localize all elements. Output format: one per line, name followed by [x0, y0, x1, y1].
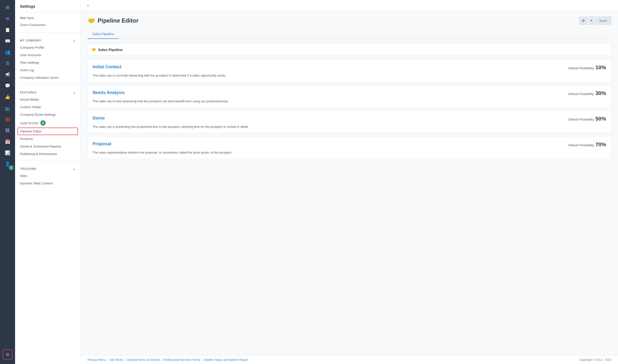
- icon-list[interactable]: ☰: [2, 58, 13, 68]
- icon-megaphone[interactable]: 📢: [2, 69, 13, 80]
- icon-dashboard[interactable]: ⊞: [2, 2, 13, 13]
- pipeline-stage-3: Proposal Default Probability 70% The sal…: [88, 136, 611, 159]
- footer-link-professional[interactable]: Professional Services Terms: [164, 358, 200, 362]
- sidebar-item-audit-log[interactable]: Audit Log: [15, 66, 80, 74]
- icon-email[interactable]: ✉: [2, 13, 13, 24]
- stage-prob-2: Default Probability 50%: [568, 116, 606, 122]
- icon-barchart[interactable]: 📊: [2, 148, 13, 158]
- stage-header-3: Proposal Default Probability 70%: [92, 142, 606, 148]
- collapse-sidebar-button[interactable]: «: [85, 2, 91, 9]
- notification-badge: 1: [9, 165, 13, 170]
- tab-sales-pipeline[interactable]: Sales Pipeline: [88, 30, 119, 39]
- stage-prob-3: Default Probability 70%: [568, 142, 606, 148]
- sidebar-item-company-profile[interactable]: Company Profile: [15, 44, 80, 51]
- section-tracking: TRACKING ▲ Sites Dynamic Web Content: [15, 163, 80, 188]
- section-title-my-company[interactable]: MY COMPANY ▲: [15, 38, 80, 44]
- stage-prob-label-3: Default Probability: [568, 143, 594, 147]
- stage-prob-label-2: Default Probability: [568, 117, 594, 121]
- section-features: FEATURES ▲ Social Media Custom Fields Co…: [15, 87, 80, 159]
- section-label-features: FEATURES: [20, 91, 37, 94]
- section-my-company: MY COMPANY ▲ Company Profile User Accoun…: [15, 35, 80, 82]
- footer-link-ads[interactable]: Ads Terms: [109, 358, 123, 362]
- icon-chat[interactable]: 💬: [2, 81, 13, 91]
- footer: Privacy Policy • Ads Terms • General Ter…: [81, 355, 618, 364]
- icon-settings[interactable]: ⚙: [2, 350, 13, 360]
- save-button[interactable]: Save: [595, 16, 611, 25]
- stage-desc-3: The sales representative delivers the pr…: [92, 150, 606, 155]
- lead-scores-badge: 2: [40, 120, 46, 126]
- sidebar-item-dynamic-web[interactable]: Dynamic Web Content: [15, 180, 80, 187]
- icon-tv[interactable]: 📺: [2, 103, 13, 113]
- stage-header-1: Needs Analysis Default Probability 30%: [92, 90, 606, 96]
- gear-dropdown-button[interactable]: ▾: [589, 16, 594, 25]
- sidebar-item-custom-fields[interactable]: Custom Fields: [15, 103, 80, 111]
- page-title-row: 🤝 Pipeline Editor: [88, 17, 139, 25]
- sidebar-header: Settings: [15, 0, 80, 13]
- pipeline-section-header: 🤝 Sales Pipeline: [88, 44, 611, 55]
- icon-bar-bottom: ⚙: [0, 349, 15, 362]
- stage-name-0: Initial Contact: [92, 65, 121, 69]
- icon-calendar[interactable]: 📅: [2, 137, 13, 147]
- footer-copyright: Copyright © 2012 - 2023: [579, 358, 611, 362]
- chevron-my-company: ▲: [73, 39, 76, 42]
- stage-prob-1: Default Probability 30%: [568, 90, 606, 96]
- icon-briefcase[interactable]: 💼: [2, 114, 13, 124]
- stage-desc-1: The sales rep is now assessing how the p…: [92, 99, 606, 104]
- stage-prob-0: Default Probability 10%: [568, 65, 606, 71]
- top-bar: «: [81, 0, 618, 11]
- footer-link-status[interactable]: System Status and Uptime Report: [204, 358, 248, 362]
- icon-clipboard[interactable]: 📋: [2, 25, 13, 35]
- footer-links: Privacy Policy • Ads Terms • General Ter…: [88, 358, 248, 362]
- icon-image[interactable]: 🖼: [2, 125, 13, 136]
- sidebar-item-products[interactable]: Products: [15, 135, 80, 143]
- footer-link-privacy[interactable]: Privacy Policy: [88, 358, 106, 362]
- sidebar-item-plan-settings[interactable]: Plan Settings: [15, 59, 80, 66]
- stage-prob-value-3: 70%: [595, 142, 606, 148]
- stage-prob-value-0: 10%: [595, 65, 606, 71]
- pipeline-section-title: Sales Pipeline: [98, 48, 123, 52]
- chevron-features: ▲: [73, 91, 76, 94]
- pipeline-stage-0: Initial Contact Default Probability 10% …: [88, 59, 611, 82]
- sidebar-item-zoom[interactable]: Zoom Connection: [15, 21, 80, 28]
- sidebar-item-publishing[interactable]: Publishing & Permissions: [15, 150, 80, 158]
- icon-book[interactable]: 📖: [2, 36, 13, 46]
- page-title: Pipeline Editor: [98, 17, 139, 24]
- sidebar-item-saved-reports[interactable]: Saved & Scheduled Reports: [15, 143, 80, 150]
- page-header: 🤝 Pipeline Editor ⚙ ▾ Save: [88, 16, 611, 25]
- stage-prob-label-0: Default Probability: [568, 66, 594, 70]
- section-label-tracking: TRACKING: [20, 167, 37, 170]
- divider-3: [15, 161, 80, 161]
- gear-button[interactable]: ⚙: [579, 16, 588, 25]
- sidebar-item-lead-scores[interactable]: Lead Scores 2: [15, 118, 80, 128]
- stage-desc-2: The sales rep is presenting the product/…: [92, 124, 606, 129]
- footer-link-terms[interactable]: General Terms of Service: [127, 358, 160, 362]
- stage-prob-value-1: 30%: [595, 90, 606, 96]
- section-title-features[interactable]: FEATURES ▲: [15, 90, 80, 96]
- content-area: 🤝 Pipeline Editor ⚙ ▾ Save Sales Pipelin…: [81, 11, 618, 355]
- sidebar-item-sites[interactable]: Sites: [15, 172, 80, 180]
- section-label-my-company: MY COMPANY: [20, 39, 41, 42]
- sidebar-item-user-accounts[interactable]: User Accounts: [15, 51, 80, 59]
- sidebar-item-company-email[interactable]: Company Email Settings: [15, 111, 80, 118]
- pipeline-stage-1: Needs Analysis Default Probability 30% T…: [88, 85, 611, 108]
- stage-header-0: Initial Contact Default Probability 10%: [92, 65, 606, 71]
- stage-name-1: Needs Analysis: [92, 90, 125, 95]
- divider-1: [15, 32, 80, 33]
- icon-contacts[interactable]: 👥: [2, 47, 13, 57]
- sidebar-item-mail-sync[interactable]: Mail Sync: [15, 14, 80, 21]
- sidebar-item-utilization[interactable]: Company Utilization Score: [15, 74, 80, 81]
- stage-name-2: Demo: [92, 116, 105, 121]
- icon-person[interactable]: 👤 1: [2, 159, 13, 169]
- sidebar-item-social-media[interactable]: Social Media: [15, 96, 80, 103]
- sidebar-top-items: Mail Sync Zoom Connection: [15, 13, 80, 30]
- section-title-tracking[interactable]: TRACKING ▲: [15, 166, 80, 172]
- page-title-icon: 🤝: [88, 17, 95, 25]
- pipeline-stage-2: Demo Default Probability 50% The sales r…: [88, 111, 611, 133]
- header-actions: ⚙ ▾ Save: [579, 16, 611, 25]
- main-content: « 🤝 Pipeline Editor ⚙ ▾ Save Sales Pipel…: [81, 0, 618, 364]
- pipeline-section-icon: 🤝: [91, 47, 96, 52]
- sidebar-item-pipeline-editor[interactable]: Pipeline Editor: [17, 128, 78, 135]
- icon-thumbsup[interactable]: 👍: [2, 92, 13, 102]
- stage-header-2: Demo Default Probability 50%: [92, 116, 606, 122]
- stage-name-3: Proposal: [92, 142, 111, 146]
